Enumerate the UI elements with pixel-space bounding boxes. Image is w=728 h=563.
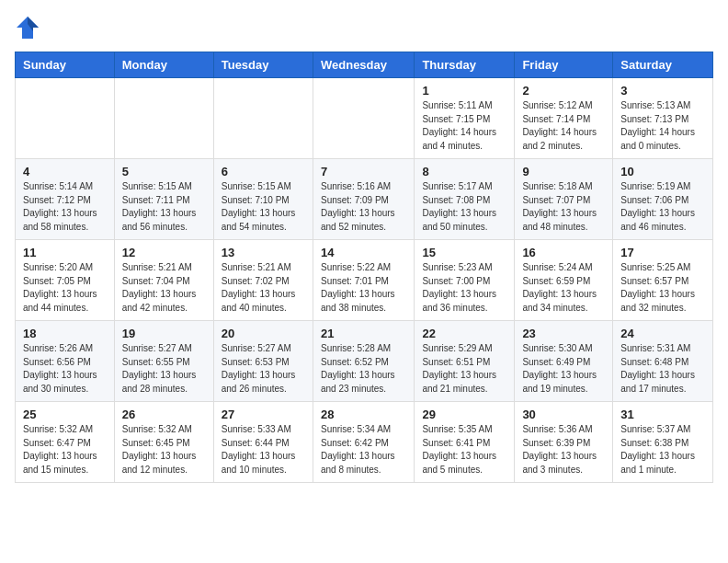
weekday-header-thursday: Thursday [415,52,515,78]
calendar-cell: 30Sunrise: 5:36 AM Sunset: 6:39 PM Dayli… [515,402,613,483]
weekday-header-sunday: Sunday [16,52,115,78]
day-info: Sunrise: 5:14 AM Sunset: 7:12 PM Dayligh… [23,180,107,234]
day-number: 7 [321,165,406,178]
day-number: 18 [23,327,107,340]
calendar-cell: 18Sunrise: 5:26 AM Sunset: 6:56 PM Dayli… [16,321,115,402]
day-info: Sunrise: 5:24 AM Sunset: 6:59 PM Dayligh… [522,261,605,315]
calendar-cell: 1Sunrise: 5:11 AM Sunset: 7:15 PM Daylig… [415,78,515,159]
day-number: 22 [422,327,506,340]
calendar-cell: 9Sunrise: 5:18 AM Sunset: 7:07 PM Daylig… [515,159,613,240]
calendar-cell: 31Sunrise: 5:37 AM Sunset: 6:38 PM Dayli… [613,402,713,483]
page-header [15,15,713,40]
day-number: 12 [122,246,206,259]
day-info: Sunrise: 5:16 AM Sunset: 7:09 PM Dayligh… [321,180,406,234]
day-info: Sunrise: 5:19 AM Sunset: 7:06 PM Dayligh… [620,180,705,234]
calendar-cell: 2Sunrise: 5:12 AM Sunset: 7:14 PM Daylig… [515,78,613,159]
day-info: Sunrise: 5:32 AM Sunset: 6:45 PM Dayligh… [122,423,206,477]
day-number: 31 [620,408,705,421]
calendar-cell [313,78,414,159]
day-number: 3 [620,84,705,98]
day-number: 27 [222,408,305,421]
day-number: 4 [23,165,107,178]
calendar-cell: 22Sunrise: 5:29 AM Sunset: 6:51 PM Dayli… [415,321,515,402]
day-number: 17 [620,246,705,259]
calendar-week-row: 11Sunrise: 5:20 AM Sunset: 7:05 PM Dayli… [16,240,713,321]
calendar-cell: 12Sunrise: 5:21 AM Sunset: 7:04 PM Dayli… [114,240,213,321]
day-number: 24 [620,327,705,340]
day-number: 21 [321,327,406,340]
logo-icon [15,15,40,40]
day-info: Sunrise: 5:20 AM Sunset: 7:05 PM Dayligh… [23,261,107,315]
calendar-cell: 16Sunrise: 5:24 AM Sunset: 6:59 PM Dayli… [515,240,613,321]
calendar-cell: 8Sunrise: 5:17 AM Sunset: 7:08 PM Daylig… [415,159,515,240]
calendar-cell: 21Sunrise: 5:28 AM Sunset: 6:52 PM Dayli… [313,321,414,402]
calendar-week-row: 25Sunrise: 5:32 AM Sunset: 6:47 PM Dayli… [16,402,713,483]
calendar-cell: 14Sunrise: 5:22 AM Sunset: 7:01 PM Dayli… [313,240,414,321]
day-info: Sunrise: 5:18 AM Sunset: 7:07 PM Dayligh… [522,180,605,234]
day-info: Sunrise: 5:36 AM Sunset: 6:39 PM Dayligh… [522,423,605,477]
calendar-cell: 17Sunrise: 5:25 AM Sunset: 6:57 PM Dayli… [613,240,713,321]
day-number: 11 [23,246,107,259]
day-number: 23 [522,327,605,340]
day-info: Sunrise: 5:28 AM Sunset: 6:52 PM Dayligh… [321,342,406,396]
calendar-cell: 13Sunrise: 5:21 AM Sunset: 7:02 PM Dayli… [213,240,313,321]
day-info: Sunrise: 5:29 AM Sunset: 6:51 PM Dayligh… [422,342,506,396]
calendar-cell: 7Sunrise: 5:16 AM Sunset: 7:09 PM Daylig… [313,159,414,240]
calendar-table: SundayMondayTuesdayWednesdayThursdayFrid… [15,52,713,483]
day-number: 25 [23,408,107,421]
day-number: 16 [522,246,605,259]
day-info: Sunrise: 5:15 AM Sunset: 7:10 PM Dayligh… [222,180,305,234]
day-info: Sunrise: 5:11 AM Sunset: 7:15 PM Dayligh… [422,99,506,153]
day-info: Sunrise: 5:22 AM Sunset: 7:01 PM Dayligh… [321,261,406,315]
calendar-cell: 4Sunrise: 5:14 AM Sunset: 7:12 PM Daylig… [16,159,115,240]
calendar-cell: 6Sunrise: 5:15 AM Sunset: 7:10 PM Daylig… [213,159,313,240]
day-info: Sunrise: 5:15 AM Sunset: 7:11 PM Dayligh… [122,180,206,234]
day-number: 15 [422,246,506,259]
calendar-cell: 19Sunrise: 5:27 AM Sunset: 6:55 PM Dayli… [114,321,213,402]
calendar-week-row: 1Sunrise: 5:11 AM Sunset: 7:15 PM Daylig… [16,78,713,159]
weekday-header-saturday: Saturday [613,52,713,78]
calendar-header-row: SundayMondayTuesdayWednesdayThursdayFrid… [16,52,713,78]
day-number: 9 [522,165,605,178]
day-info: Sunrise: 5:35 AM Sunset: 6:41 PM Dayligh… [422,423,506,477]
calendar-cell [114,78,213,159]
calendar-week-row: 18Sunrise: 5:26 AM Sunset: 6:56 PM Dayli… [16,321,713,402]
calendar-cell [213,78,313,159]
weekday-header-wednesday: Wednesday [313,52,414,78]
weekday-header-friday: Friday [515,52,613,78]
weekday-header-monday: Monday [114,52,213,78]
day-info: Sunrise: 5:26 AM Sunset: 6:56 PM Dayligh… [23,342,107,396]
day-info: Sunrise: 5:25 AM Sunset: 6:57 PM Dayligh… [620,261,705,315]
calendar-cell: 10Sunrise: 5:19 AM Sunset: 7:06 PM Dayli… [613,159,713,240]
day-info: Sunrise: 5:34 AM Sunset: 6:42 PM Dayligh… [321,423,406,477]
calendar-cell: 27Sunrise: 5:33 AM Sunset: 6:44 PM Dayli… [213,402,313,483]
day-info: Sunrise: 5:12 AM Sunset: 7:14 PM Dayligh… [522,99,605,153]
day-number: 10 [620,165,705,178]
calendar-cell: 5Sunrise: 5:15 AM Sunset: 7:11 PM Daylig… [114,159,213,240]
day-info: Sunrise: 5:23 AM Sunset: 7:00 PM Dayligh… [422,261,506,315]
day-number: 29 [422,408,506,421]
day-info: Sunrise: 5:30 AM Sunset: 6:49 PM Dayligh… [522,342,605,396]
calendar-cell: 20Sunrise: 5:27 AM Sunset: 6:53 PM Dayli… [213,321,313,402]
day-number: 14 [321,246,406,259]
calendar-cell: 23Sunrise: 5:30 AM Sunset: 6:49 PM Dayli… [515,321,613,402]
calendar-cell: 3Sunrise: 5:13 AM Sunset: 7:13 PM Daylig… [613,78,713,159]
day-number: 8 [422,165,506,178]
day-number: 19 [122,327,206,340]
calendar-cell: 11Sunrise: 5:20 AM Sunset: 7:05 PM Dayli… [16,240,115,321]
calendar-cell [16,78,115,159]
day-info: Sunrise: 5:27 AM Sunset: 6:55 PM Dayligh… [122,342,206,396]
day-number: 5 [122,165,206,178]
weekday-header-tuesday: Tuesday [213,52,313,78]
day-info: Sunrise: 5:31 AM Sunset: 6:48 PM Dayligh… [620,342,705,396]
calendar-cell: 26Sunrise: 5:32 AM Sunset: 6:45 PM Dayli… [114,402,213,483]
day-number: 6 [222,165,305,178]
day-info: Sunrise: 5:13 AM Sunset: 7:13 PM Dayligh… [620,99,705,153]
day-number: 30 [522,408,605,421]
day-number: 20 [222,327,305,340]
calendar-week-row: 4Sunrise: 5:14 AM Sunset: 7:12 PM Daylig… [16,159,713,240]
day-number: 1 [422,84,506,98]
day-number: 2 [522,84,605,98]
calendar-cell: 29Sunrise: 5:35 AM Sunset: 6:41 PM Dayli… [415,402,515,483]
day-info: Sunrise: 5:33 AM Sunset: 6:44 PM Dayligh… [222,423,305,477]
